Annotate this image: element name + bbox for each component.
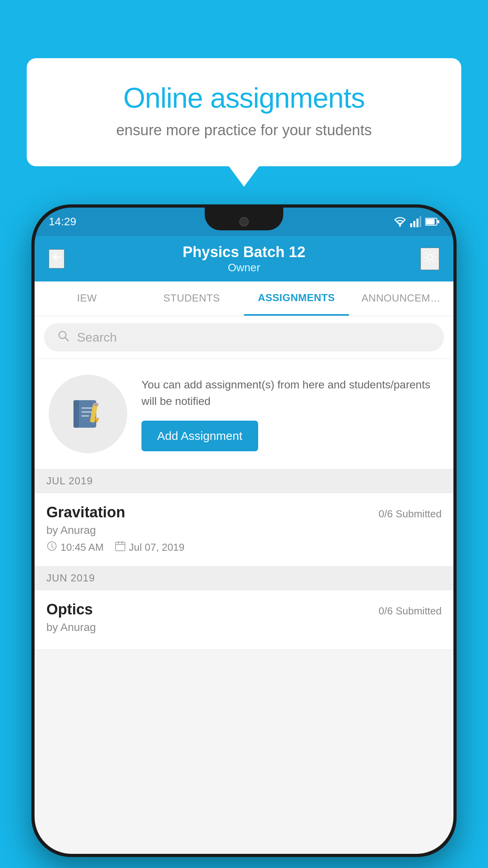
assignment-optics-row1: Optics 0/6 Submitted <box>46 601 442 618</box>
svg-rect-11 <box>73 400 79 428</box>
empty-state-card: You can add assignment(s) from here and … <box>35 359 453 469</box>
assignment-date-meta: Jul 07, 2019 <box>115 541 185 554</box>
svg-rect-14 <box>81 415 89 417</box>
settings-button[interactable] <box>420 248 439 270</box>
search-icon <box>57 329 70 346</box>
assignment-row1: Gravitation 0/6 Submitted <box>46 504 442 521</box>
camera <box>239 217 249 226</box>
assignment-optics-submitted: 0/6 Submitted <box>379 605 442 617</box>
header-title: Physics Batch 12 <box>183 244 306 261</box>
search-bar[interactable]: Search <box>44 323 444 351</box>
empty-state-icon-circle <box>49 375 127 453</box>
notebook-icon <box>70 396 106 432</box>
add-assignment-button[interactable]: Add Assignment <box>141 421 258 451</box>
svg-rect-13 <box>81 411 93 413</box>
assignment-submitted: 0/6 Submitted <box>379 508 442 520</box>
phone-notch <box>205 208 283 230</box>
assignment-author: by Anurag <box>46 524 442 537</box>
speech-bubble-title: Online assignments <box>58 82 430 114</box>
svg-rect-1 <box>410 223 412 227</box>
phone-screen: 14:29 <box>35 208 453 854</box>
battery-icon <box>425 217 439 226</box>
speech-bubble: Online assignments ensure more practice … <box>27 58 461 166</box>
svg-rect-21 <box>121 541 123 544</box>
calendar-icon <box>115 541 126 554</box>
tab-iew[interactable]: IEW <box>35 281 139 316</box>
wifi-icon <box>394 216 406 227</box>
svg-point-0 <box>399 225 401 227</box>
assignment-time-meta: 10:45 AM <box>46 541 104 554</box>
clock-icon <box>46 541 57 554</box>
empty-state-text-group: You can add assignment(s) from here and … <box>141 377 439 451</box>
header-title-group: Physics Batch 12 Owner <box>183 244 306 274</box>
tabs-bar: IEW STUDENTS ASSIGNMENTS ANNOUNCEM… <box>35 281 453 316</box>
tab-students[interactable]: STUDENTS <box>139 281 244 316</box>
svg-rect-4 <box>420 216 421 227</box>
tab-announcements[interactable]: ANNOUNCEM… <box>349 281 454 316</box>
assignment-name: Gravitation <box>46 504 125 521</box>
status-time: 14:29 <box>49 215 76 228</box>
svg-rect-12 <box>81 407 93 409</box>
tab-assignments[interactable]: ASSIGNMENTS <box>244 281 349 316</box>
assignment-item-optics[interactable]: Optics 0/6 Submitted by Anurag <box>35 590 453 650</box>
section-header-jul: JUL 2019 <box>35 469 453 493</box>
svg-rect-20 <box>118 541 119 544</box>
status-icons <box>394 216 439 227</box>
header-subtitle: Owner <box>183 261 306 274</box>
assignment-time: 10:45 AM <box>61 541 104 554</box>
phone-frame: 14:29 <box>31 204 457 857</box>
app-header: Physics Batch 12 Owner <box>35 236 453 281</box>
svg-rect-6 <box>426 219 435 224</box>
signal-icon <box>410 216 421 227</box>
svg-rect-3 <box>416 219 418 227</box>
svg-rect-7 <box>437 220 439 223</box>
assignment-optics-author: by Anurag <box>46 621 442 634</box>
svg-rect-19 <box>116 542 125 551</box>
svg-rect-2 <box>413 221 415 227</box>
svg-point-8 <box>427 254 433 260</box>
assignment-meta: 10:45 AM Jul 07, 2019 <box>46 541 442 554</box>
screen-content: Search <box>35 316 453 854</box>
speech-bubble-container: Online assignments ensure more practice … <box>27 58 461 166</box>
back-button[interactable] <box>49 249 64 268</box>
assignment-date: Jul 07, 2019 <box>129 541 185 554</box>
assignment-optics-name: Optics <box>46 601 93 618</box>
search-placeholder: Search <box>77 330 117 345</box>
search-bar-wrapper: Search <box>35 316 453 359</box>
empty-state-description: You can add assignment(s) from here and … <box>141 377 439 410</box>
assignment-item-gravitation[interactable]: Gravitation 0/6 Submitted by Anurag 10:4… <box>35 493 453 566</box>
speech-bubble-subtitle: ensure more practice for your students <box>58 122 430 139</box>
section-header-jun: JUN 2019 <box>35 566 453 590</box>
